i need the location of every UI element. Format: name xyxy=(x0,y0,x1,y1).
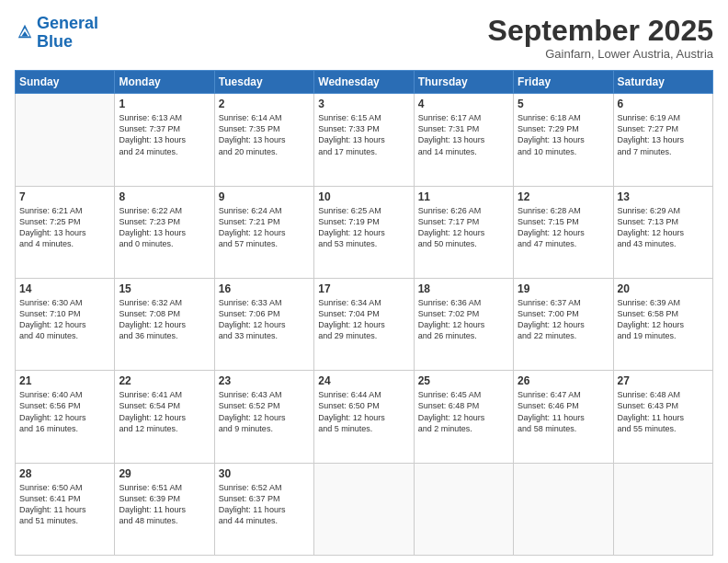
day-info: Sunrise: 6:43 AM Sunset: 6:52 PM Dayligh… xyxy=(219,389,310,434)
header-row: Sunday Monday Tuesday Wednesday Thursday… xyxy=(16,71,713,94)
day-number: 13 xyxy=(618,190,709,203)
logo-text: General Blue xyxy=(37,15,98,52)
day-number: 29 xyxy=(119,467,210,480)
calendar-cell xyxy=(314,463,414,555)
day-info: Sunrise: 6:50 AM Sunset: 6:41 PM Dayligh… xyxy=(19,482,110,527)
calendar-cell: 30Sunrise: 6:52 AM Sunset: 6:37 PM Dayli… xyxy=(214,463,313,555)
day-number: 15 xyxy=(119,282,210,295)
calendar-cell: 20Sunrise: 6:39 AM Sunset: 6:58 PM Dayli… xyxy=(613,278,712,370)
calendar-cell: 25Sunrise: 6:45 AM Sunset: 6:48 PM Dayli… xyxy=(414,371,513,463)
day-number: 23 xyxy=(219,374,310,387)
day-info: Sunrise: 6:28 AM Sunset: 7:15 PM Dayligh… xyxy=(518,205,609,250)
calendar-cell xyxy=(16,94,115,186)
calendar-cell: 11Sunrise: 6:26 AM Sunset: 7:17 PM Dayli… xyxy=(414,186,513,278)
calendar-cell: 23Sunrise: 6:43 AM Sunset: 6:52 PM Dayli… xyxy=(214,371,313,463)
day-number: 2 xyxy=(219,98,310,110)
day-info: Sunrise: 6:33 AM Sunset: 7:06 PM Dayligh… xyxy=(219,297,310,342)
day-number: 30 xyxy=(219,467,310,480)
month-title: September 2025 xyxy=(488,15,713,47)
day-info: Sunrise: 6:34 AM Sunset: 7:04 PM Dayligh… xyxy=(318,297,409,342)
day-number: 16 xyxy=(219,282,310,295)
calendar-cell xyxy=(414,463,513,555)
calendar-week-1: 1Sunrise: 6:13 AM Sunset: 7:37 PM Daylig… xyxy=(16,94,713,186)
day-info: Sunrise: 6:52 AM Sunset: 6:37 PM Dayligh… xyxy=(219,482,310,527)
day-info: Sunrise: 6:24 AM Sunset: 7:21 PM Dayligh… xyxy=(219,205,310,250)
calendar-cell: 10Sunrise: 6:25 AM Sunset: 7:19 PM Dayli… xyxy=(314,186,414,278)
calendar-cell: 24Sunrise: 6:44 AM Sunset: 6:50 PM Dayli… xyxy=(314,371,414,463)
col-monday: Monday xyxy=(115,71,214,94)
page-container: General Blue September 2025 Gainfarn, Lo… xyxy=(0,0,728,563)
calendar-cell: 19Sunrise: 6:37 AM Sunset: 7:00 PM Dayli… xyxy=(514,278,613,370)
day-number: 7 xyxy=(19,190,110,203)
day-info: Sunrise: 6:21 AM Sunset: 7:25 PM Dayligh… xyxy=(19,205,110,250)
calendar-cell: 27Sunrise: 6:48 AM Sunset: 6:43 PM Dayli… xyxy=(613,371,712,463)
day-info: Sunrise: 6:41 AM Sunset: 6:54 PM Dayligh… xyxy=(119,389,210,434)
calendar-week-4: 21Sunrise: 6:40 AM Sunset: 6:56 PM Dayli… xyxy=(16,371,713,463)
day-number: 8 xyxy=(119,190,210,203)
day-number: 14 xyxy=(19,282,110,295)
day-number: 21 xyxy=(19,374,110,387)
day-info: Sunrise: 6:13 AM Sunset: 7:37 PM Dayligh… xyxy=(119,112,210,157)
calendar-cell: 12Sunrise: 6:28 AM Sunset: 7:15 PM Dayli… xyxy=(514,186,613,278)
day-info: Sunrise: 6:44 AM Sunset: 6:50 PM Dayligh… xyxy=(318,389,409,434)
day-number: 10 xyxy=(318,190,409,203)
day-info: Sunrise: 6:45 AM Sunset: 6:48 PM Dayligh… xyxy=(418,389,509,434)
calendar-header: Sunday Monday Tuesday Wednesday Thursday… xyxy=(16,71,713,94)
calendar-cell: 28Sunrise: 6:50 AM Sunset: 6:41 PM Dayli… xyxy=(16,463,115,555)
day-number: 9 xyxy=(219,190,310,203)
day-number: 1 xyxy=(119,98,210,110)
day-info: Sunrise: 6:51 AM Sunset: 6:39 PM Dayligh… xyxy=(119,482,210,527)
logo-line1: General xyxy=(37,14,98,32)
day-number: 28 xyxy=(19,467,110,480)
day-number: 12 xyxy=(518,190,609,203)
day-number: 26 xyxy=(518,374,609,387)
day-info: Sunrise: 6:26 AM Sunset: 7:17 PM Dayligh… xyxy=(418,205,509,250)
calendar-cell: 16Sunrise: 6:33 AM Sunset: 7:06 PM Dayli… xyxy=(214,278,313,370)
day-number: 22 xyxy=(119,374,210,387)
col-tuesday: Tuesday xyxy=(214,71,313,94)
calendar-cell: 3Sunrise: 6:15 AM Sunset: 7:33 PM Daylig… xyxy=(314,94,414,186)
calendar-cell: 17Sunrise: 6:34 AM Sunset: 7:04 PM Dayli… xyxy=(314,278,414,370)
calendar-cell: 29Sunrise: 6:51 AM Sunset: 6:39 PM Dayli… xyxy=(115,463,214,555)
day-number: 25 xyxy=(418,374,509,387)
day-number: 17 xyxy=(318,282,409,295)
col-saturday: Saturday xyxy=(613,71,712,94)
col-sunday: Sunday xyxy=(16,71,115,94)
calendar-cell: 13Sunrise: 6:29 AM Sunset: 7:13 PM Dayli… xyxy=(613,186,712,278)
header: General Blue September 2025 Gainfarn, Lo… xyxy=(15,15,713,61)
day-info: Sunrise: 6:47 AM Sunset: 6:46 PM Dayligh… xyxy=(518,389,609,434)
location: Gainfarn, Lower Austria, Austria xyxy=(488,47,713,61)
calendar-cell: 5Sunrise: 6:18 AM Sunset: 7:29 PM Daylig… xyxy=(514,94,613,186)
day-info: Sunrise: 6:18 AM Sunset: 7:29 PM Dayligh… xyxy=(518,112,609,157)
logo-icon xyxy=(17,23,33,40)
day-info: Sunrise: 6:40 AM Sunset: 6:56 PM Dayligh… xyxy=(19,389,110,434)
calendar-cell: 18Sunrise: 6:36 AM Sunset: 7:02 PM Dayli… xyxy=(414,278,513,370)
calendar-cell: 7Sunrise: 6:21 AM Sunset: 7:25 PM Daylig… xyxy=(16,186,115,278)
day-info: Sunrise: 6:29 AM Sunset: 7:13 PM Dayligh… xyxy=(618,205,709,250)
col-thursday: Thursday xyxy=(414,71,513,94)
calendar-week-3: 14Sunrise: 6:30 AM Sunset: 7:10 PM Dayli… xyxy=(16,278,713,370)
day-number: 5 xyxy=(518,98,609,110)
day-info: Sunrise: 6:22 AM Sunset: 7:23 PM Dayligh… xyxy=(119,205,210,250)
day-info: Sunrise: 6:39 AM Sunset: 6:58 PM Dayligh… xyxy=(618,297,709,342)
day-info: Sunrise: 6:25 AM Sunset: 7:19 PM Dayligh… xyxy=(318,205,409,250)
calendar-cell: 8Sunrise: 6:22 AM Sunset: 7:23 PM Daylig… xyxy=(115,186,214,278)
day-number: 11 xyxy=(418,190,509,203)
title-section: September 2025 Gainfarn, Lower Austria, … xyxy=(488,15,713,61)
calendar-cell: 21Sunrise: 6:40 AM Sunset: 6:56 PM Dayli… xyxy=(16,371,115,463)
calendar-body: 1Sunrise: 6:13 AM Sunset: 7:37 PM Daylig… xyxy=(16,94,713,556)
logo-line2: Blue xyxy=(37,32,73,51)
calendar-cell: 9Sunrise: 6:24 AM Sunset: 7:21 PM Daylig… xyxy=(214,186,313,278)
calendar-cell xyxy=(514,463,613,555)
day-info: Sunrise: 6:19 AM Sunset: 7:27 PM Dayligh… xyxy=(618,112,709,157)
day-number: 27 xyxy=(618,374,709,387)
calendar-cell: 4Sunrise: 6:17 AM Sunset: 7:31 PM Daylig… xyxy=(414,94,513,186)
day-info: Sunrise: 6:30 AM Sunset: 7:10 PM Dayligh… xyxy=(19,297,110,342)
day-info: Sunrise: 6:37 AM Sunset: 7:00 PM Dayligh… xyxy=(518,297,609,342)
calendar-cell: 1Sunrise: 6:13 AM Sunset: 7:37 PM Daylig… xyxy=(115,94,214,186)
day-info: Sunrise: 6:14 AM Sunset: 7:35 PM Dayligh… xyxy=(219,112,310,157)
day-info: Sunrise: 6:32 AM Sunset: 7:08 PM Dayligh… xyxy=(119,297,210,342)
calendar-cell: 15Sunrise: 6:32 AM Sunset: 7:08 PM Dayli… xyxy=(115,278,214,370)
day-number: 6 xyxy=(618,98,709,110)
calendar-cell: 26Sunrise: 6:47 AM Sunset: 6:46 PM Dayli… xyxy=(514,371,613,463)
